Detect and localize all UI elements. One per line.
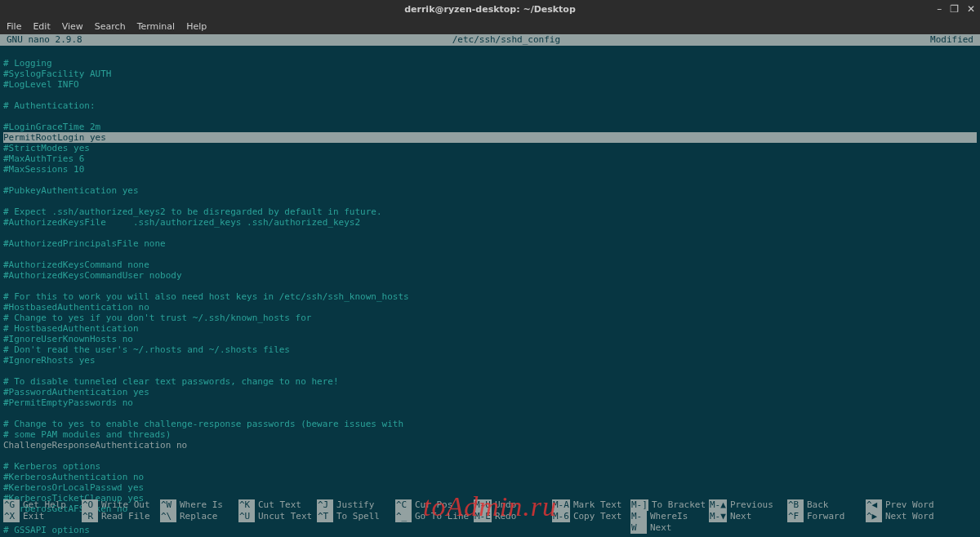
shortcut-key: ^R (82, 511, 98, 522)
shortcut-label: Cur Pos (415, 499, 452, 511)
editor-line: PermitRootLogin yes (3, 132, 977, 143)
editor-line: #AuthorizedKeysFile .ssh/authorized_keys… (3, 217, 977, 228)
shortcut-key: M-U (474, 499, 492, 511)
shortcut-key: ^K (238, 499, 255, 511)
menubar: File Edit View Search Terminal Help (0, 18, 980, 34)
shortcut-label: Prev Word (885, 499, 934, 511)
shortcut-key: M-6 (552, 511, 570, 522)
menu-view[interactable]: View (62, 21, 83, 32)
shortcut-label: Next (730, 511, 752, 522)
nano-shortcut: ^◀Prev Word (866, 499, 944, 511)
shortcut-label: Cut Text (258, 499, 301, 511)
shortcut-label: To Spell (336, 511, 380, 522)
shortcut-key: M-W (630, 511, 647, 534)
editor-line: #MaxSessions 10 (3, 164, 977, 175)
shortcut-key: ^W (160, 499, 176, 511)
nano-shortcut: M-WWhereIs Next (630, 511, 709, 534)
shortcut-label: Undo (495, 499, 517, 511)
editor-line: #LoginGraceTime 2m (3, 122, 977, 132)
nano-filepath: /etc/ssh/sshd_config (82, 34, 930, 46)
maximize-icon[interactable]: ❐ (950, 3, 959, 15)
nano-shortcut: M-]To Bracket (630, 499, 709, 511)
menu-file[interactable]: File (7, 21, 21, 32)
editor-line: # Expect .ssh/authorized_keys2 to be dis… (3, 206, 977, 217)
nano-footer: ^GGet Help^OWrite Out^WWhere Is^KCut Tex… (3, 499, 977, 534)
nano-shortcut: ^_Go To Line (395, 511, 474, 534)
nano-shortcut: ^▶Next Word (866, 511, 944, 534)
nano-shortcut: ^WWhere Is (160, 499, 238, 511)
editor-line: #AuthorizedPrincipalsFile none (3, 238, 977, 249)
nano-shortcut: ^FForward (787, 511, 866, 534)
editor-line: # Don't read the user's ~/.rhosts and ~/… (3, 344, 977, 355)
editor-line: # Logging (3, 58, 977, 69)
editor-line: # Change to yes to enable challenge-resp… (3, 419, 977, 429)
menu-terminal[interactable]: Terminal (137, 21, 176, 32)
editor-line (3, 111, 977, 122)
editor-line: #KerberosAuthentication no (3, 472, 977, 482)
nano-shortcut: ^GGet Help (3, 499, 82, 511)
shortcut-label: WhereIs Next (650, 511, 709, 534)
shortcut-key: ^T (317, 511, 333, 522)
minimize-icon[interactable]: – (937, 3, 942, 15)
nano-shortcut: M-▲Previous (709, 499, 787, 511)
shortcut-label: Back (807, 499, 829, 511)
shortcut-key: ^U (238, 511, 255, 522)
nano-shortcut: ^XExit (3, 511, 82, 534)
shortcut-key: ^◀ (866, 499, 882, 511)
nano-shortcut: M-UUndo (474, 499, 552, 511)
editor-line (3, 90, 977, 100)
shortcut-key: ^▶ (866, 511, 882, 522)
nano-shortcut: M-▼Next (709, 511, 787, 534)
editor-line: # HostbasedAuthentication (3, 323, 977, 334)
editor-line: #MaxAuthTries 6 (3, 153, 977, 164)
shortcut-label: Exit (23, 511, 45, 522)
editor-line (3, 228, 977, 238)
editor-line: #IgnoreUserKnownHosts no (3, 334, 977, 344)
editor-line: ChallengeResponseAuthentication no (3, 440, 977, 450)
nano-shortcut: ^UUncut Text (238, 511, 317, 534)
terminal[interactable]: GNU nano 2.9.8 /etc/ssh/sshd_config Modi… (0, 34, 980, 537)
shortcut-key: M-▼ (709, 511, 727, 522)
menu-help[interactable]: Help (186, 21, 207, 32)
nano-shortcut: M-6Copy Text (552, 511, 630, 534)
nano-header: GNU nano 2.9.8 /etc/ssh/sshd_config Modi… (0, 34, 980, 46)
editor-line: #PasswordAuthentication yes (3, 387, 977, 397)
window-title: derrik@ryzen-desktop: ~/Desktop (404, 4, 576, 15)
shortcut-label: Read File (101, 511, 150, 522)
shortcut-label: Go To Line (415, 511, 469, 522)
editor-line: #PubkeyAuthentication yes (3, 185, 977, 196)
editor-line (3, 281, 977, 291)
nano-status: Modified (930, 34, 980, 46)
nano-shortcut: ^OWrite Out (82, 499, 160, 511)
shortcut-key: ^G (3, 499, 20, 511)
editor-line: # Kerberos options (3, 461, 977, 472)
shortcut-key: M-] (630, 499, 648, 511)
close-icon[interactable]: ✕ (967, 3, 975, 15)
editor-line: #HostbasedAuthentication no (3, 302, 977, 313)
editor-line (3, 408, 977, 419)
shortcut-key: ^J (317, 499, 333, 511)
shortcut-key: ^F (787, 511, 804, 522)
shortcut-key: ^_ (395, 511, 412, 522)
shortcut-key: ^B (787, 499, 804, 511)
shortcut-label: Next Word (885, 511, 934, 522)
editor-line (3, 196, 977, 206)
menu-edit[interactable]: Edit (33, 21, 50, 32)
shortcut-label: Get Help (23, 499, 66, 511)
editor-line (3, 366, 977, 376)
editor-line: # For this to work you will also need ho… (3, 291, 977, 302)
editor-line: #IgnoreRhosts yes (3, 355, 977, 366)
shortcut-label: Replace (180, 511, 217, 522)
menu-search[interactable]: Search (95, 21, 126, 32)
nano-shortcut: ^TTo Spell (317, 511, 395, 534)
shortcut-key: ^\ (160, 511, 176, 522)
shortcut-key: ^X (3, 511, 20, 522)
shortcut-key: ^O (82, 499, 98, 511)
shortcut-label: Mark Text (573, 499, 622, 511)
editor-content[interactable]: # Logging#SyslogFacility AUTH#LogLevel I… (0, 46, 980, 537)
editor-line: #SyslogFacility AUTH (3, 69, 977, 79)
shortcut-key: M-A (552, 499, 570, 511)
editor-line: #KerberosOrLocalPasswd yes (3, 482, 977, 493)
editor-line: #StrictModes yes (3, 143, 977, 153)
editor-line (3, 47, 977, 58)
